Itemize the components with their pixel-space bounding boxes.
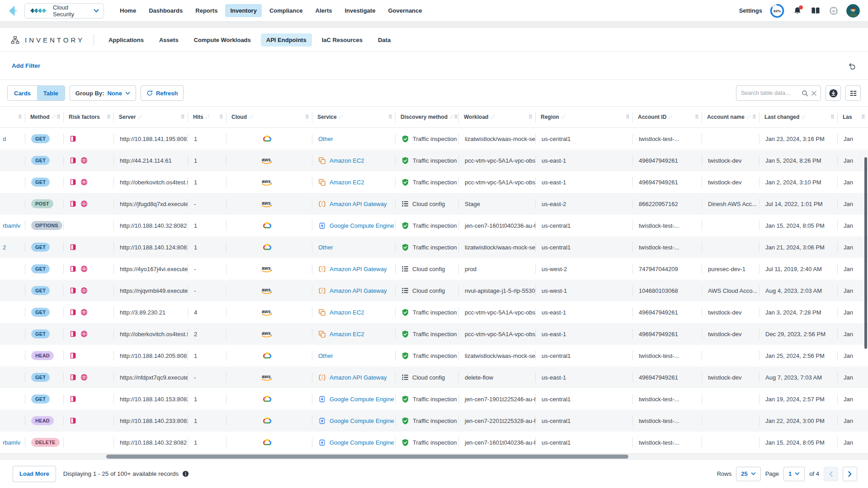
service-link[interactable]: Amazon EC2 [330,157,364,164]
table-row[interactable]: GEThttps://4yo167j4vi.execute-ap...-awsA… [0,258,868,280]
drag-handle-icon[interactable]: ⠿ [830,114,835,120]
add-filter-button[interactable]: Add Filter [12,62,40,69]
search-input[interactable] [740,89,799,97]
column-header-region[interactable]: Region↓↑⠿ [535,107,632,127]
download-csv-button[interactable] [826,85,841,101]
user-avatar[interactable] [846,4,860,18]
table-row[interactable]: GEThttps://nfdpxt7qc9.execute-ap...-awsA… [0,366,868,388]
drag-handle-icon[interactable]: ⠿ [107,114,111,120]
service-link[interactable]: Amazon API Gateway [330,374,387,381]
service-link[interactable]: Other [318,244,333,251]
endpoint-link[interactable]: rbamlv [3,222,20,229]
sort-icon[interactable]: ↓↑ [249,115,253,120]
column-settings-button[interactable] [845,85,861,101]
docs-book-icon[interactable] [810,5,821,16]
service-link[interactable]: Amazon EC2 [330,309,364,316]
vertical-scrollbar-thumb[interactable] [864,157,867,349]
sort-icon[interactable]: ↓↑ [137,115,142,120]
service-link[interactable]: Other [318,352,333,359]
column-header-service[interactable]: Service↓↑⠿ [312,107,395,127]
service-link[interactable]: Amazon EC2 [330,331,364,338]
service-link[interactable]: Google Compute Engine [330,222,394,229]
column-header-hits[interactable]: Hits↓↑⠿ [188,107,226,127]
tab-applications[interactable]: Applications [103,33,149,47]
sort-icon[interactable]: ↓↑ [746,115,751,120]
previous-page-button[interactable] [824,467,838,481]
sort-icon[interactable]: ↓↑ [52,115,56,120]
drag-handle-icon[interactable]: ⠿ [695,114,699,120]
sort-icon[interactable]: ↓↑ [561,115,566,120]
table-row[interactable]: rbamlvOPTIONShttp://10.188.140.32:80821G… [0,215,868,236]
drag-handle-icon[interactable]: ⠿ [752,114,756,120]
sort-icon[interactable]: ↓↑ [490,115,495,120]
security-score-ring[interactable]: 83% [769,3,785,19]
drag-handle-icon[interactable]: ⠿ [57,114,61,120]
sort-icon[interactable]: ↓↑ [449,115,454,120]
drag-handle-icon[interactable]: ⠿ [528,114,533,120]
column-header-account-id[interactable]: Account ID↓↑⠿ [632,107,702,127]
column-header-discovery-method[interactable]: Discovery method↓↑⠿ [395,107,458,127]
endpoint-link[interactable]: 2 [3,244,6,251]
service-link[interactable]: Amazon API Gateway [330,287,387,294]
load-more-button[interactable]: Load More [13,466,56,482]
page-select[interactable]: 1 [783,467,805,481]
ai-copilot-icon[interactable]: AI [828,5,839,16]
tab-assets[interactable]: Assets [154,33,184,47]
info-icon[interactable] [182,470,189,477]
column-header-account-name[interactable]: Account name↓↑⠿ [702,107,759,127]
next-page-button[interactable] [843,467,857,481]
nav-item-alerts[interactable]: Alerts [311,4,337,17]
drag-handle-icon[interactable]: ⠿ [626,114,630,120]
column-header-risk-factors[interactable]: Risk factors⠿ [63,107,113,127]
service-link[interactable]: Amazon EC2 [330,179,364,186]
sort-icon[interactable]: ↓↑ [801,115,806,120]
service-link[interactable]: Google Compute Engine [330,418,394,424]
drag-handle-icon[interactable]: ⠿ [454,114,458,120]
drag-handle-icon[interactable]: ⠿ [219,114,223,120]
notifications-bell-icon[interactable] [792,5,803,16]
nav-item-investigate[interactable]: Investigate [340,4,380,17]
clear-search-icon[interactable] [811,90,817,96]
column-header-last-changed[interactable]: Last changed↓↑⠿ [759,107,837,127]
nav-item-compliance[interactable]: Compliance [264,4,308,17]
nav-item-home[interactable]: Home [115,4,141,17]
table-row[interactable]: GEThttp://oberkovitch.os4test.twi...1aws… [0,171,868,193]
sort-icon[interactable]: ↓↑ [339,115,343,120]
reset-filters-undo-icon[interactable] [848,62,856,70]
nav-item-reports[interactable]: Reports [190,4,222,17]
sort-icon[interactable]: ↓↑ [668,115,673,120]
endpoint-link[interactable]: rbamlv [3,439,20,446]
service-link[interactable]: Other [318,136,333,142]
table-row[interactable]: dGEThttp://10.188.141.195:80811OtherTraf… [0,128,868,150]
column-header-server[interactable]: Server↓↑⠿ [113,107,188,127]
column-header-cloud[interactable]: Cloud↓↑⠿ [226,107,312,127]
drag-handle-icon[interactable]: ⠿ [305,114,309,120]
service-link[interactable]: Amazon API Gateway [330,266,387,272]
table-row[interactable]: rbamlvDELETEhttp://10.188.140.32:80821Go… [0,432,868,453]
tab-iac-resources[interactable]: IaC Resources [316,33,368,47]
table-row[interactable]: HEADhttp://10.188.140.205:80811OtherTraf… [0,345,868,366]
group-by-dropdown[interactable]: Group By: None [70,85,136,101]
drag-handle-icon[interactable]: ⠿ [18,114,22,120]
nav-item-inventory[interactable]: Inventory [225,4,262,17]
table-row[interactable]: GEThttp://3.89.230.214awsAmazon EC2Traff… [0,301,868,323]
table-row[interactable]: GEThttp://oberkovitch.os4test.twi...2aws… [0,323,868,345]
nav-item-governance[interactable]: Governance [383,4,427,17]
cards-view-button[interactable]: Cards [8,86,37,100]
table-row[interactable]: GEThttp://44.214.114.611awsAmazon EC2Tra… [0,150,868,171]
table-row[interactable]: GEThttp://10.188.140.153:80821Google Com… [0,388,868,410]
table-view-button[interactable]: Table [37,86,65,100]
service-link[interactable]: Google Compute Engine [330,439,394,446]
service-link[interactable]: Google Compute Engine [330,396,394,403]
drag-handle-icon[interactable]: ⠿ [181,114,185,120]
settings-link[interactable]: Settings [739,7,762,14]
tab-compute-workloads[interactable]: Compute Workloads [189,33,256,47]
table-row[interactable]: GEThttps://njqvmbii49.execute-ap...-awsA… [0,280,868,301]
horizontal-scrollbar-thumb[interactable] [106,455,628,459]
table-row[interactable]: POSThttps://jfugd8q7xd.execute-ap...-aws… [0,193,868,215]
column-header-workload[interactable]: Workload↓↑⠿ [458,107,535,127]
table-row[interactable]: 2GEThttp://10.188.140.124:80811OtherTraf… [0,236,868,258]
column-header-las[interactable]: Las⠿ [837,107,868,127]
rows-per-page-select[interactable]: 25 [736,467,760,481]
service-link[interactable]: Amazon API Gateway [330,201,387,207]
